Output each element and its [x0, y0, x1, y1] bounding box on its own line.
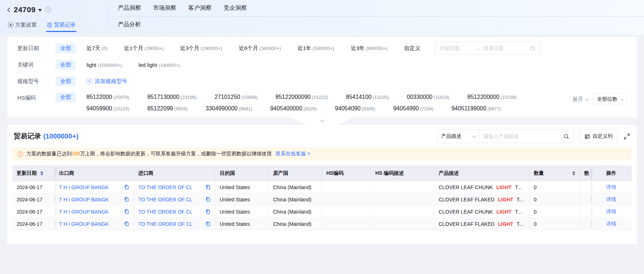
sort-icon[interactable]: [572, 171, 575, 175]
document-icon: [47, 22, 52, 28]
importer-link[interactable]: TO THE ORDER OF CL: [138, 184, 192, 190]
target-icon: [8, 22, 13, 28]
expand-toggle[interactable]: 展开: [572, 96, 587, 103]
copy-icon[interactable]: [205, 184, 211, 190]
contact-support-link[interactable]: 联系在线客服 >: [276, 151, 310, 157]
start-date-input[interactable]: [439, 45, 474, 51]
col-quantity[interactable]: 数量: [529, 165, 580, 181]
update-date-option[interactable]: 近6个月(340000+): [239, 45, 281, 52]
update-date-option[interactable]: 近1年(530000+): [298, 45, 334, 52]
search-field-select[interactable]: 产品描述: [437, 129, 479, 143]
filter-row-keyword: 关键词 全部 light(1000000+) led light(140000+…: [17, 56, 627, 73]
exporter-link[interactable]: T H I GROUP BANGK: [59, 197, 109, 202]
hs-code-option[interactable]: 27101250(15808): [215, 94, 258, 100]
arrow-right-icon: →: [476, 45, 481, 51]
filter-row-spec: 规格型号 全部 + 添加规格型号: [17, 73, 627, 90]
cell-exporter: T H I GROUP BANGK: [55, 206, 134, 218]
plan-dropdown-icon[interactable]: [38, 9, 42, 12]
search-icon[interactable]: [563, 133, 569, 140]
hs-code-option[interactable]: 00330000(11014): [407, 94, 450, 100]
detail-link[interactable]: 详情: [606, 209, 616, 215]
cell-date: 2024-06-17: [12, 206, 55, 218]
copy-icon[interactable]: [205, 221, 211, 227]
digits-select[interactable]: 全部位数: [593, 93, 627, 105]
table-header: 更新日期 出口商 进口商 目的国 原产国 HS编码 HS 编码描述 产品描述 数…: [12, 165, 632, 181]
hs-code-option[interactable]: 85122000090(15222): [276, 94, 328, 100]
copy-icon[interactable]: [124, 221, 129, 227]
update-date-option[interactable]: 近3个月(190000+): [180, 45, 222, 52]
fullscreen-button[interactable]: [623, 133, 630, 140]
keyword-option[interactable]: led light(140000+): [138, 62, 180, 68]
search-box[interactable]: [479, 129, 574, 143]
spec-all-chip[interactable]: 全部: [55, 77, 76, 86]
search-input[interactable]: [483, 133, 563, 139]
nav-tab-product-insight[interactable]: 产品洞察: [118, 4, 141, 12]
back-icon[interactable]: [7, 8, 12, 12]
quota-warning-banner: ! 方案的数据量已达到100万上限，将会影响数据的更新，可联系客服升级方案，或删…: [12, 147, 632, 160]
hs-code-option[interactable]: 94054090(8306): [335, 105, 375, 112]
hs-code-option[interactable]: 9405400000(8326): [270, 105, 317, 112]
hs-code-option[interactable]: 94051199000(6877): [451, 105, 501, 112]
copy-icon[interactable]: [205, 197, 211, 202]
filter-label: HS编码: [17, 92, 55, 101]
sort-icon[interactable]: [40, 171, 43, 175]
hs-all-chip[interactable]: 全部: [55, 92, 76, 102]
copy-icon[interactable]: [124, 197, 129, 202]
nav-tab-customer-insight[interactable]: 客户洞察: [188, 4, 211, 12]
custom-date-option[interactable]: 自定义: [404, 45, 420, 52]
exporter-link[interactable]: T H I GROUP BANGK: [59, 209, 109, 215]
exporter-link[interactable]: T H I GROUP BANGK: [59, 221, 109, 227]
info-icon[interactable]: !: [45, 7, 51, 13]
date-range-picker[interactable]: →: [435, 42, 540, 55]
detail-link[interactable]: 详情: [606, 221, 616, 227]
update-date-option[interactable]: 近1个月(29000+): [124, 45, 164, 52]
hs-code-option[interactable]: 85122099(9959): [147, 105, 188, 112]
hs-code-option[interactable]: 8512200000(10238): [468, 94, 517, 100]
keyword-option[interactable]: light(1000000+): [86, 62, 122, 68]
chevron-down-icon: [320, 118, 325, 122]
cell-origin: China (Mainland): [269, 193, 322, 205]
hs-code-option[interactable]: 94059900(10120): [86, 105, 129, 112]
warning-text: 方案的数据量已达到100万上限，将会影响数据的更新，可联系客服升级方案，或删除一…: [26, 151, 272, 157]
end-date-input[interactable]: [483, 45, 518, 51]
col-actions: 操作: [592, 165, 630, 181]
cell-product-desc: CLOVER LEAF FLAKED LIGHT T...: [434, 193, 529, 205]
chevron-down-icon: [473, 134, 476, 138]
keyword-all-chip[interactable]: 全部: [55, 60, 76, 70]
detail-link[interactable]: 详情: [606, 184, 616, 191]
cell-actions: 详情: [592, 206, 630, 218]
chevron-down-icon: [620, 97, 624, 101]
copy-icon[interactable]: [124, 184, 129, 190]
update-date-option[interactable]: 近3年(980000+): [351, 45, 388, 52]
update-date-option[interactable]: 近7天(0): [86, 45, 107, 52]
importer-link[interactable]: TO THE ORDER OF CL: [138, 221, 192, 227]
cell-hs-desc: [371, 218, 434, 230]
hs-code-option[interactable]: 8517130000(23196): [147, 94, 197, 100]
cell-date: 2024-06-17: [12, 181, 55, 193]
importer-link[interactable]: TO THE ORDER OF CL: [138, 197, 192, 202]
hs-code-option[interactable]: 85122000(25479): [86, 94, 129, 100]
nav-tab-competitor-insight[interactable]: 竞企洞察: [224, 4, 247, 12]
tab-plan-settings[interactable]: 方案设置: [8, 22, 37, 28]
sub-tab-product-analysis[interactable]: 产品分析: [118, 21, 644, 28]
update-date-all-chip[interactable]: 全部: [55, 44, 76, 53]
exporter-link[interactable]: T H I GROUP BANGK: [59, 184, 109, 190]
hs-code-option[interactable]: 94054990(7334): [393, 105, 434, 112]
importer-link[interactable]: TO THE ORDER OF CL: [138, 209, 192, 215]
copy-icon[interactable]: [124, 209, 129, 214]
table-row: 2024-06-17 T H I GROUP BANGK TO THE ORDE…: [12, 218, 632, 230]
cell-importer: TO THE ORDER OF CL: [134, 218, 215, 230]
copy-icon[interactable]: [205, 209, 211, 214]
custom-columns-button[interactable]: 自定义列: [580, 129, 618, 143]
add-spec-button[interactable]: + 添加规格型号: [86, 78, 127, 85]
hs-code-option[interactable]: 3304990000(9681): [206, 105, 252, 112]
tab-trade-records[interactable]: 贸易记录: [47, 22, 76, 28]
section-title: 贸易记录 (1000000+): [14, 132, 79, 141]
hs-code-option[interactable]: 85414100(13235): [346, 94, 389, 100]
nav-tab-market-insight[interactable]: 市场洞察: [153, 4, 176, 12]
col-update-date[interactable]: 更新日期: [12, 165, 55, 181]
detail-link[interactable]: 详情: [606, 196, 616, 203]
cell-actions: 详情: [592, 218, 630, 230]
cell-destination: United States: [215, 206, 269, 218]
collapse-filters-button[interactable]: [291, 118, 353, 125]
